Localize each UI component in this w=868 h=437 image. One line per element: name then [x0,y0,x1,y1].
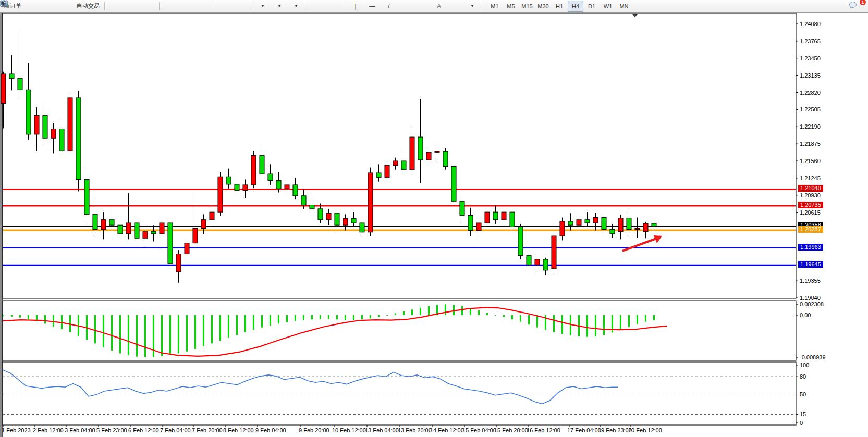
macd-histogram-bar [11,315,13,317]
candlestick [310,205,314,209]
candlestick [1,74,6,103]
candlestick [160,223,164,234]
candlestick [502,212,506,220]
macd-histogram-bar [486,313,488,316]
macd-histogram-bar [361,315,363,319]
candlestick [351,219,356,223]
candlestick [410,137,414,170]
candlestick [426,152,431,160]
date-tick-label: 13 Feb 20:00 [398,427,432,433]
candlestick [193,228,198,243]
macd-histogram-bar [194,315,196,349]
macd-histogram-bar [295,315,296,321]
macd-histogram-bar [219,315,221,341]
candlestick [385,165,389,177]
macd-histogram-bar [470,308,471,315]
macd-histogram-bar [511,315,513,319]
candlestick [101,220,106,230]
macd-histogram-bar [461,306,463,315]
candlestick [535,259,540,265]
candlestick [543,259,548,270]
macd-histogram-bar [28,315,29,319]
macd-histogram-bar [211,315,213,343]
date-tick-label: 6 Feb 12:00 [128,427,159,433]
macd-histogram-bar [561,315,563,334]
rsi-tick-label: 50 [800,391,806,397]
macd-histogram-bar [328,315,329,319]
candlestick [610,230,615,234]
macd-histogram-bar [228,315,229,338]
candlestick [176,254,181,272]
price-tick-label: 1.23135 [800,72,821,79]
macd-histogram-bar [428,306,430,315]
candlestick [393,161,398,165]
macd-histogram-bar [270,315,271,326]
rsi-tick-label: 80 [800,373,806,380]
candlestick [476,223,481,231]
macd-histogram-bar [645,315,646,322]
macd-histogram-bar [378,315,380,317]
candlestick [143,232,148,239]
macd-histogram-bar [478,310,480,315]
candlestick [593,218,598,223]
date-tick-label: 13 Feb 04:00 [365,427,399,433]
price-tick-label: 1.22505 [800,106,821,113]
candlestick [451,166,456,201]
macd-histogram-bar [420,308,421,315]
candlestick [318,209,323,220]
macd-histogram-bar [286,315,288,322]
chart-canvas[interactable] [0,0,868,437]
candlestick [343,219,348,226]
macd-histogram-bar [144,315,146,357]
candlestick [510,212,515,227]
candlestick [26,90,31,134]
date-tick-label: 15 Feb 04:00 [462,427,496,433]
date-tick-label: 10 Feb 12:00 [332,427,366,433]
candlestick [518,227,523,255]
macd-histogram-bar [103,315,104,347]
macd-histogram-bar [370,315,371,318]
date-tick-label: 9 Feb 04:00 [255,427,286,433]
candlestick [168,223,173,263]
candlestick [443,151,448,166]
date-tick-label: 9 Feb 20:00 [299,427,329,433]
price-tick-label: 1.24080 [800,21,821,27]
candlestick [485,212,490,223]
macd-tick-label: 0.00 [800,312,811,318]
date-tick-label: 8 Feb 12:00 [223,427,254,433]
candlestick [652,223,656,226]
price-tick-label: 1.23450 [800,55,821,61]
macd-histogram-bar [503,315,505,317]
candlestick [185,243,189,254]
candlestick [210,212,214,220]
candlestick [43,115,47,138]
candlestick [201,220,206,229]
macd-histogram-bar [653,315,655,320]
candlestick [9,74,14,78]
macd-histogram-bar [161,315,163,356]
candlestick [226,177,231,184]
candlestick [301,196,306,205]
price-tick-label: 1.21875 [800,141,821,147]
date-tick-label: 16 Feb 12:00 [527,427,560,433]
rsi-panel [3,362,796,425]
macd-histogram-bar [345,315,346,320]
candlestick [643,223,648,232]
macd-histogram-bar [353,315,354,320]
candlestick [335,213,339,225]
macd-histogram-bar [595,315,596,336]
macd-histogram-bar [244,315,246,332]
candlestick [418,137,423,160]
date-tick-label: 1 Feb 2023 [2,427,31,433]
macd-histogram-bar [44,315,46,323]
candlestick [360,223,364,232]
date-tick-label: 19 Feb 23:00 [598,427,632,433]
macd-histogram-bar [320,315,321,319]
macd-tick-label: -0.008939 [800,354,826,360]
macd-histogram-bar [169,315,171,355]
macd-histogram-bar [303,315,304,320]
candlestick [126,223,131,234]
macd-panel [3,301,796,360]
macd-histogram-bar [395,313,396,315]
macd-histogram-bar [536,315,538,328]
